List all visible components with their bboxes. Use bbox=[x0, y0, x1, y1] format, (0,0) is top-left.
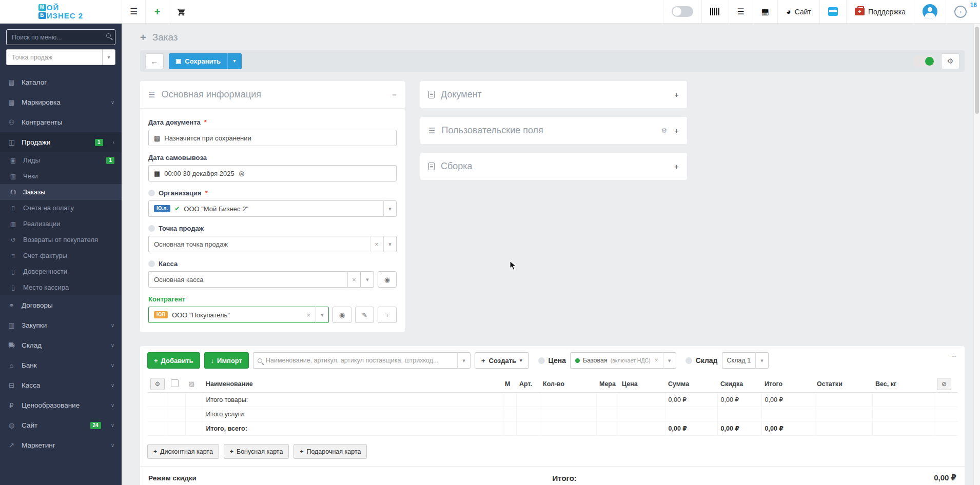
chevron-down-icon[interactable]: ▾ bbox=[383, 236, 397, 252]
barcode-button[interactable] bbox=[701, 0, 729, 23]
collapse-icon[interactable]: − bbox=[392, 91, 397, 98]
quick-add-button[interactable]: + bbox=[145, 0, 169, 23]
add-product-button[interactable]: + Добавить bbox=[147, 352, 200, 369]
counterparty-field[interactable]: ЮЛ ООО "Покупатель" × bbox=[148, 307, 316, 323]
chevron-down-icon[interactable]: ▾ bbox=[383, 200, 397, 217]
clear-table-button[interactable]: ⊘ bbox=[937, 378, 951, 390]
user-button[interactable] bbox=[914, 0, 946, 23]
sidebar-item-bank[interactable]: ⌂ Банк ∨ bbox=[0, 355, 122, 375]
create-product-button[interactable]: + Создать ▾ bbox=[475, 352, 529, 369]
save-dropdown-button[interactable]: ▾ bbox=[227, 53, 242, 69]
chevron-down-icon[interactable]: ▾ bbox=[755, 352, 769, 369]
sidebar-item-receipts[interactable]: ▥ Чеки bbox=[0, 168, 122, 184]
save-button[interactable]: ▣ Сохранить bbox=[169, 53, 227, 69]
chevron-down-icon[interactable]: ▾ bbox=[102, 49, 115, 65]
cart-button[interactable] bbox=[169, 0, 192, 23]
sidebar-item-pricing[interactable]: ₽ Ценообразование ∨ bbox=[0, 395, 122, 415]
eye-button[interactable]: ◉ bbox=[332, 307, 351, 323]
hamburger-icon: ☰ bbox=[130, 7, 138, 16]
sidebar-item-contracts[interactable]: ⚭ Договоры bbox=[0, 295, 122, 315]
expand-icon[interactable]: + bbox=[674, 127, 679, 134]
discount-card-button[interactable]: + Дисконтная карта bbox=[147, 444, 219, 459]
expand-icon[interactable]: + bbox=[674, 163, 679, 170]
dark-mode-toggle[interactable] bbox=[663, 0, 701, 23]
users-icon: ⚇ bbox=[7, 119, 16, 126]
support-link[interactable]: + Поддержка bbox=[846, 0, 914, 23]
sales-point-value-input[interactable] bbox=[154, 240, 365, 248]
sidebar-item-warehouse[interactable]: ⛟ Склад ∨ bbox=[0, 335, 122, 355]
sidebar-item-site[interactable]: ◍ Сайт 24 ∨ bbox=[0, 415, 122, 435]
sidebar-item-cashdesk[interactable]: ⊟ Касса ∨ bbox=[0, 375, 122, 395]
clear-date-icon[interactable]: ⊗ bbox=[239, 170, 245, 177]
mode-toggle[interactable] bbox=[913, 56, 935, 67]
chevron-down-icon[interactable]: ▾ bbox=[361, 271, 374, 288]
leads-count-badge: 1 bbox=[106, 157, 114, 164]
product-search-input[interactable] bbox=[266, 357, 453, 364]
right-panels: Документ + ☰ Пользовательские поля ⚙ + bbox=[420, 81, 687, 180]
import-button[interactable]: ↓ Импорт bbox=[204, 352, 249, 369]
calendar-button[interactable]: ▦ bbox=[753, 0, 777, 23]
select-all-checkbox[interactable] bbox=[171, 379, 179, 387]
doc-date-field[interactable]: ▦ Назначится при сохранении bbox=[148, 130, 397, 146]
site-link[interactable]: ◕ Сайт bbox=[777, 0, 819, 23]
table-settings-button[interactable]: ⚙ bbox=[150, 378, 165, 390]
edit-button[interactable]: ✎ bbox=[355, 307, 374, 323]
clear-x-icon[interactable]: × bbox=[370, 236, 383, 252]
scrollbar[interactable] bbox=[973, 24, 980, 485]
chevron-down-icon[interactable]: ▾ bbox=[457, 352, 471, 369]
eye-button[interactable]: ◉ bbox=[378, 271, 397, 288]
logo[interactable]: МОЙ БИЗНЕС 2 bbox=[0, 0, 122, 23]
chevron-down-icon[interactable]: ▾ bbox=[316, 307, 329, 323]
cashbox-value-input[interactable] bbox=[154, 276, 342, 284]
chevron-down-icon[interactable]: ▾ bbox=[663, 352, 676, 369]
sidebar-item-invoices[interactable]: ≡ Счет-фактуры bbox=[0, 248, 122, 264]
menu-toggle-button[interactable]: ☰ bbox=[122, 0, 145, 23]
sidebar-item-marketing[interactable]: ↗ Маркетинг ∨ bbox=[0, 435, 122, 455]
sales-point-input[interactable] bbox=[6, 49, 102, 65]
chevron-down-icon: ∨ bbox=[111, 383, 114, 388]
sidebar-item-orders[interactable]: ⛁ Заказы bbox=[0, 184, 122, 200]
menu-search-input[interactable] bbox=[6, 29, 115, 45]
sidebar-item-leads[interactable]: ▣ Лиды 1 bbox=[0, 152, 122, 168]
sidebar-item-marking[interactable]: ▦ Маркировка ∨ bbox=[0, 92, 122, 112]
promo-button[interactable] bbox=[819, 0, 846, 23]
sidebar-item-catalog[interactable]: ▤ Каталог bbox=[0, 72, 122, 92]
sidebar-item-returns[interactable]: ↺ Возвраты от покупателя bbox=[0, 232, 122, 248]
expand-icon[interactable]: + bbox=[674, 91, 679, 98]
clear-x-icon[interactable]: × bbox=[347, 271, 361, 288]
qr-icon: ▦ bbox=[7, 99, 16, 106]
sidebar-item-sales[interactable]: ◫ Продажи 1 ‹ bbox=[0, 132, 122, 152]
tasks-button[interactable]: ☰ bbox=[729, 0, 753, 23]
sidebar-item-purchases[interactable]: ▥ Закупки ∨ bbox=[0, 315, 122, 335]
folder-icon: ▤ bbox=[7, 79, 16, 86]
gift-card-button[interactable]: + Подарочная карта bbox=[293, 444, 367, 459]
cashbox-field[interactable] bbox=[148, 271, 347, 288]
history-count-badge: 16 bbox=[970, 2, 977, 9]
price-type-select[interactable]: Базовая (включает НДС) × ▾ bbox=[570, 352, 676, 369]
bonus-card-button[interactable]: + Бонусная карта bbox=[224, 444, 289, 459]
history-button[interactable]: › 16 bbox=[946, 0, 980, 23]
sales-point-field[interactable] bbox=[148, 236, 370, 252]
clear-x-icon[interactable]: × bbox=[306, 312, 310, 318]
sidebar-item-realizations[interactable]: ▥ Реализации bbox=[0, 216, 122, 232]
required-asterisk: * bbox=[205, 189, 208, 197]
organization-field[interactable]: Ю.л. ✔ ООО "Мой Бизнес 2" bbox=[148, 200, 383, 217]
handshake-icon: ⚭ bbox=[7, 302, 16, 309]
stock-select[interactable]: Склад 1 ▾ bbox=[722, 352, 769, 369]
scrollbar-thumb[interactable] bbox=[975, 27, 979, 114]
settings-button[interactable]: ⚙ bbox=[941, 53, 959, 69]
sidebar-item-invoices-payment[interactable]: ▯ Счета на оплату bbox=[0, 200, 122, 216]
products-panel: − + Добавить ↓ Импорт bbox=[140, 346, 965, 485]
sidebar-item-counterparties[interactable]: ⚇ Контрагенты bbox=[0, 112, 122, 132]
sidebar-item-cashier-place[interactable]: ▯ Место кассира bbox=[0, 279, 122, 295]
collapse-icon[interactable]: − bbox=[952, 352, 956, 360]
add-counterparty-button[interactable]: + bbox=[378, 307, 397, 323]
pickup-date-field[interactable]: ▦ 00:00 30 декабря 2025 ⊗ bbox=[148, 165, 397, 181]
plus-icon: + bbox=[140, 32, 146, 43]
plus-icon: + bbox=[300, 449, 303, 455]
back-button[interactable]: ← bbox=[145, 53, 164, 69]
clear-x-icon[interactable]: × bbox=[655, 357, 658, 363]
barcode-icon bbox=[710, 8, 720, 15]
sidebar-item-powers-of-attorney[interactable]: ▯ Доверенности bbox=[0, 264, 122, 279]
gears-icon[interactable]: ⚙ bbox=[661, 127, 668, 134]
